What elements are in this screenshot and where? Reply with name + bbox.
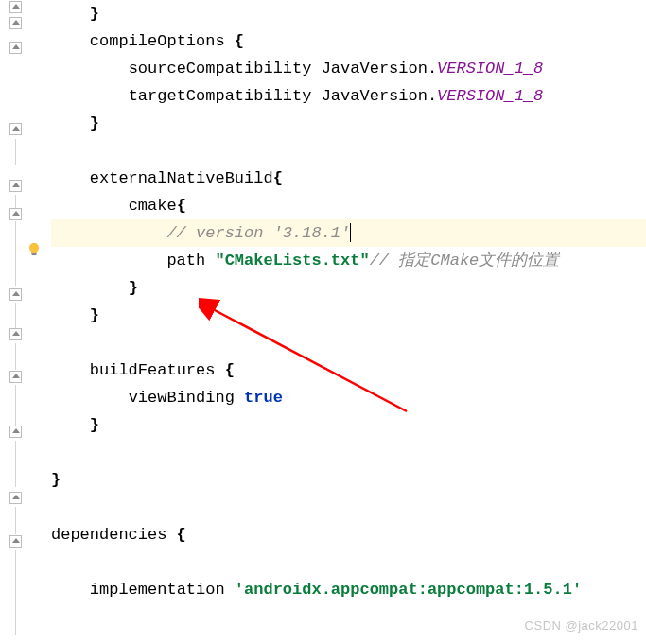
text-caret: [350, 223, 351, 242]
code-line[interactable]: [51, 548, 646, 576]
fold-marker-icon[interactable]: [9, 123, 22, 135]
code-line[interactable]: [51, 137, 646, 165]
code-line[interactable]: }: [51, 411, 646, 439]
code-area[interactable]: } compileOptions { sourceCompatibility J…: [45, 0, 646, 644]
fold-marker-icon[interactable]: [9, 492, 22, 504]
code-line[interactable]: [51, 494, 646, 521]
code-line[interactable]: targetCompatibility JavaVersion.VERSION_…: [51, 82, 646, 110]
code-line[interactable]: dependencies {: [51, 521, 646, 548]
code-line[interactable]: sourceCompatibility JavaVersion.VERSION_…: [51, 55, 646, 82]
code-line[interactable]: compileOptions {: [51, 27, 646, 55]
code-line[interactable]: }: [51, 466, 646, 494]
code-line[interactable]: implementation 'androidx.appcompat:appco…: [51, 576, 646, 603]
fold-marker-icon[interactable]: [9, 42, 22, 54]
code-line[interactable]: externalNativeBuild{: [51, 165, 646, 192]
fold-guide-line: [15, 507, 16, 534]
code-line[interactable]: cmake{: [51, 192, 646, 219]
code-line[interactable]: viewBinding true: [51, 384, 646, 411]
fold-guide-line: [15, 550, 16, 635]
fold-marker-icon[interactable]: [9, 535, 22, 548]
code-line[interactable]: [51, 329, 646, 357]
fold-marker-icon[interactable]: [9, 1, 22, 13]
fold-guide-line: [15, 139, 16, 165]
code-line[interactable]: }: [51, 274, 646, 302]
fold-guide-line: [15, 343, 16, 370]
fold-column: [9, 0, 23, 644]
gutter: [0, 0, 45, 644]
code-line[interactable]: // version '3.18.1': [51, 219, 646, 247]
code-line[interactable]: }: [51, 0, 646, 27]
code-editor[interactable]: } compileOptions { sourceCompatibility J…: [0, 0, 646, 644]
svg-rect-0: [32, 253, 37, 255]
code-line[interactable]: path "CMakeLists.txt"// 指定CMake文件的位置: [51, 247, 646, 274]
fold-marker-icon[interactable]: [9, 17, 22, 29]
fold-marker-icon[interactable]: [9, 208, 22, 220]
code-line[interactable]: }: [51, 302, 646, 329]
fold-guide-line: [15, 221, 16, 286]
fold-guide-line: [15, 303, 16, 331]
code-line[interactable]: [51, 439, 646, 466]
fold-marker-icon[interactable]: [9, 328, 22, 340]
intention-bulb-icon[interactable]: [26, 242, 42, 257]
fold-guide-line: [15, 441, 16, 487]
fold-marker-icon[interactable]: [9, 180, 22, 192]
fold-guide-line: [15, 195, 16, 209]
fold-guide-line: [15, 385, 16, 426]
fold-marker-icon[interactable]: [9, 371, 22, 383]
fold-marker-icon[interactable]: [9, 288, 22, 301]
code-line[interactable]: buildFeatures {: [51, 357, 646, 384]
fold-marker-icon[interactable]: [9, 426, 22, 438]
code-line[interactable]: }: [51, 110, 646, 137]
watermark: CSDN @jack22001: [525, 618, 638, 633]
